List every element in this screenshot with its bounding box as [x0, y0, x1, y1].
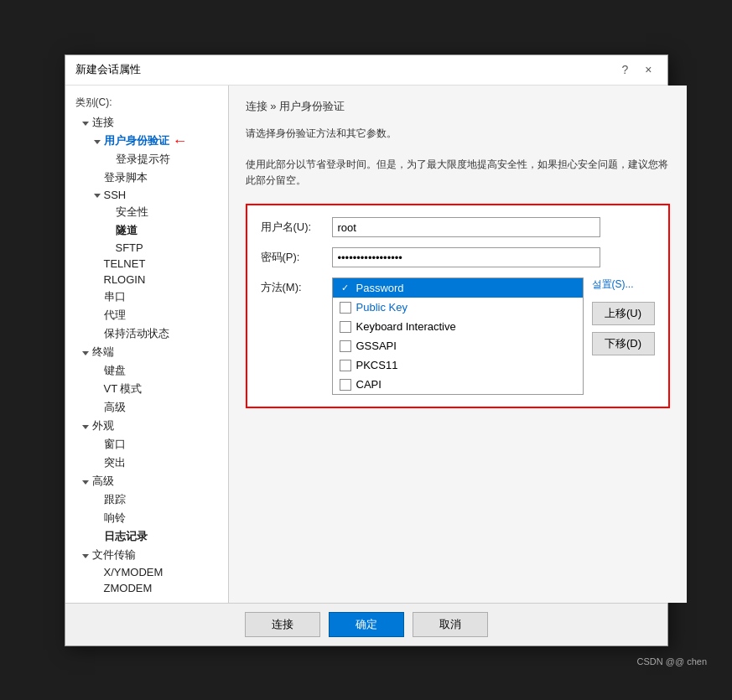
checkbox-gssapi[interactable] [340, 340, 351, 352]
tree-item-auth[interactable]: 用户身份验证 ← [65, 132, 228, 150]
checkbox-public-key[interactable] [340, 302, 351, 314]
watermark: CSDN @@ chen [637, 656, 707, 666]
tree-panel: 类别(C): 连接 用户身份验证 ← 登录提示符 登录脚本 [65, 86, 229, 603]
method-controls: 설置(S)... 上移(U) 下移(D) [592, 277, 655, 355]
dialog: 新建会话属性 ? × 类别(C): 连接 用户身份验证 ← 登录提示符 [65, 54, 668, 646]
method-label-public-key: Public Key [356, 301, 408, 314]
tree-item-vt-mode[interactable]: VT 模式 [65, 380, 228, 398]
tree-item-sftp[interactable]: SFTP [65, 240, 228, 256]
method-option-pkcs11[interactable]: PKCS11 [333, 355, 583, 375]
method-label-pkcs11: PKCS11 [356, 359, 398, 371]
title-bar: 新建会话属性 ? × [65, 55, 667, 86]
username-input[interactable] [332, 217, 600, 237]
settings-link[interactable]: 설置(S)... [592, 277, 634, 292]
expand-icon-filetransfer [80, 550, 92, 560]
close-button[interactable]: × [640, 61, 657, 78]
method-option-gssapi[interactable]: GSSAPI [333, 336, 583, 355]
description-line1: 请选择身份验证方法和其它参数。 [246, 126, 670, 142]
dialog-title: 新建会话属性 [75, 62, 141, 77]
tree-label-connect: 连接 [92, 115, 114, 130]
tree-item-trace[interactable]: 跟踪 [65, 490, 228, 509]
method-label-capi: CAPI [356, 378, 382, 391]
tree-label-keepalive: 保持活动状态 [104, 326, 169, 341]
expand-icon-ssh [92, 189, 104, 200]
method-label-password: Password [356, 282, 404, 294]
method-label-keyboard-interactive: Keyboard Interactive [356, 320, 456, 333]
tree-item-keyboard[interactable]: 键盘 [65, 361, 228, 380]
move-down-button[interactable]: 下移(D) [592, 332, 655, 355]
tree-item-tunnel[interactable]: 隧道 [65, 221, 228, 240]
help-button[interactable]: ? [617, 61, 634, 78]
password-label: 密码(P): [261, 250, 332, 265]
expand-icon [80, 117, 92, 127]
move-up-button[interactable]: 上移(U) [592, 302, 655, 325]
tree-item-proxy[interactable]: 代理 [65, 306, 228, 324]
expand-icon-advanced2 [80, 476, 92, 486]
cancel-button[interactable]: 取消 [413, 612, 488, 637]
tree-item-rlogin[interactable]: RLOGIN [65, 272, 228, 288]
method-area: Password Public Key Keyboard Interactive [332, 277, 655, 395]
checkbox-keyboard-interactive[interactable] [340, 321, 351, 333]
credential-box: 用户名(U): 密码(P): 方法(M): [246, 204, 670, 408]
method-option-password[interactable]: Password [333, 278, 583, 298]
tree-label-advanced: 高级 [104, 400, 126, 415]
tree-item-advanced2[interactable]: 高级 [65, 472, 228, 490]
tree-item-log[interactable]: 日志记录 [65, 527, 228, 546]
content-panel: 连接 » 用户身份验证 请选择身份验证方法和其它参数。 使用此部分以节省登录时间… [229, 86, 687, 603]
breadcrumb-part2: 用户身份验证 [279, 100, 345, 112]
tree-label-log: 日志记录 [104, 529, 148, 544]
tree-item-highlight[interactable]: 突出 [65, 454, 228, 472]
method-option-keyboard-interactive[interactable]: Keyboard Interactive [333, 317, 583, 336]
method-row: 方法(M): Password Public Key [261, 277, 655, 395]
method-option-capi[interactable]: CAPI [333, 375, 583, 394]
tree-item-filetransfer[interactable]: 文件传输 [65, 546, 228, 564]
tree-label-rlogin: RLOGIN [104, 273, 146, 286]
tree-label-appearance: 外观 [92, 418, 114, 433]
tree-item-login-script[interactable]: 登录脚本 [65, 169, 228, 187]
tree-item-login-prompt[interactable]: 登录提示符 [65, 150, 228, 169]
breadcrumb: 连接 » 用户身份验证 [246, 99, 670, 114]
tree-item-ssh[interactable]: SSH [65, 187, 228, 203]
tree-label-telnet: TELNET [104, 257, 146, 270]
tree-item-keepalive[interactable]: 保持活动状态 [65, 324, 228, 343]
tree-label-filetransfer: 文件传输 [92, 547, 136, 563]
expand-icon-auth [92, 136, 104, 146]
tree-item-advanced[interactable]: 高级 [65, 398, 228, 417]
tree-label-tunnel: 隧道 [116, 223, 138, 238]
tree-item-serial[interactable]: 串口 [65, 288, 228, 306]
tree-label-sftp: SFTP [116, 241, 143, 254]
tree-item-terminal[interactable]: 终端 [65, 343, 228, 361]
tree-label-trace: 跟踪 [104, 492, 126, 507]
username-row: 用户名(U): [261, 217, 655, 237]
category-label: 类别(C): [65, 92, 228, 113]
tree-item-window[interactable]: 窗口 [65, 435, 228, 454]
tree-label-bell: 响铃 [104, 511, 126, 526]
method-label: 方法(M): [261, 277, 332, 295]
tree-label-ssh: SSH [104, 189, 127, 201]
checkbox-password[interactable] [340, 283, 351, 294]
tree-item-bell[interactable]: 响铃 [65, 509, 228, 527]
connect-button[interactable]: 连接 [245, 612, 320, 637]
tree-label-auth: 用户身份验证 [104, 133, 169, 148]
expand-icon-terminal [80, 347, 92, 357]
tree-label-xymodem: X/YMODEM [104, 566, 164, 578]
tree-item-appearance[interactable]: 外观 [65, 417, 228, 435]
method-option-public-key[interactable]: Public Key [333, 298, 583, 317]
tree-item-connect[interactable]: 连接 [65, 113, 228, 132]
tree-item-telnet[interactable]: TELNET [65, 256, 228, 272]
title-controls: ? × [617, 61, 657, 78]
password-input[interactable] [332, 247, 600, 267]
tree-label-proxy: 代理 [104, 308, 126, 323]
checkbox-capi[interactable] [340, 379, 351, 391]
tree-label-zmodem: ZMODEM [104, 582, 153, 594]
tree-label-highlight: 突出 [104, 455, 126, 470]
tree-label-keyboard: 键盘 [104, 363, 126, 378]
method-label-gssapi: GSSAPI [356, 340, 397, 352]
ok-button[interactable]: 确定 [329, 612, 404, 637]
tree-item-xymodem[interactable]: X/YMODEM [65, 564, 228, 580]
checkbox-pkcs11[interactable] [340, 360, 351, 371]
tree-item-zmodem[interactable]: ZMODEM [65, 580, 228, 596]
tree-item-security[interactable]: 安全性 [65, 203, 228, 221]
tree-label-advanced2: 高级 [92, 474, 114, 489]
breadcrumb-part1: 连接 [246, 100, 267, 112]
